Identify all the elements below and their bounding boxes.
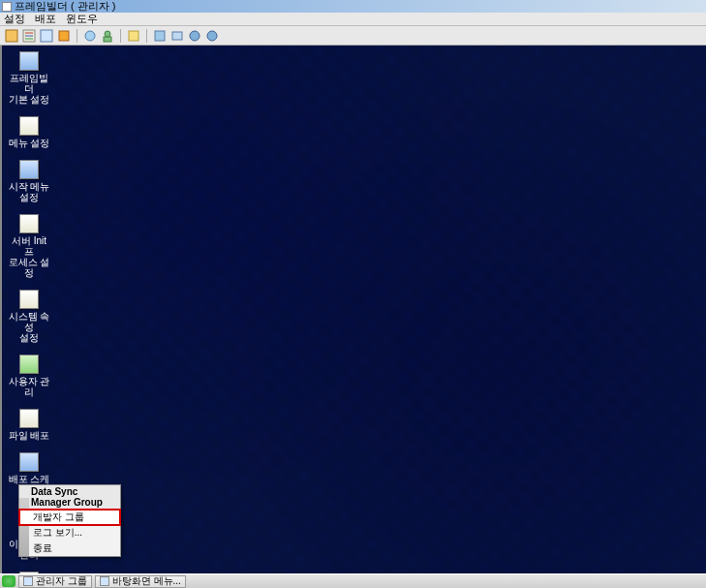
tb-schedule-icon[interactable] [152,28,168,44]
menu-settings[interactable]: 설정 [4,12,25,26]
svg-point-8 [105,31,110,37]
tb-start-icon[interactable] [39,28,54,44]
toolbar-separator [146,29,147,43]
system-properties[interactable]: 시스템 속성 설정 [8,290,50,343]
file-deploy-label: 파일 배포 [9,430,50,441]
server-init-process-label: 서버 Init 프 로세스 설정 [8,235,50,278]
svg-rect-10 [129,31,138,41]
task-admin-group[interactable]: 관리자 그룹 [18,575,92,588]
start-menu-settings-icon [19,160,39,179]
svg-rect-11 [155,31,165,41]
taskbar: 관리자 그룹바탕화면 메뉴... [0,573,706,588]
menu-settings-label: 메뉴 설정 [9,138,50,148]
context-menu-item-developer-group[interactable]: 개발자 그룹 [19,510,120,525]
context-menu-title: Data Sync Manager Group [19,485,120,510]
file-deploy[interactable]: 파일 배포 [8,409,50,441]
context-menu: Data Sync Manager Group 개발자 그룹로그 보기...종료 [18,484,121,557]
svg-point-7 [85,31,95,41]
svg-rect-6 [59,31,69,41]
menu-settings-icon [19,116,39,136]
task-desktop-menu-icon [100,576,109,586]
svg-rect-12 [172,32,182,40]
tb-user-icon[interactable] [100,28,115,44]
svg-point-13 [190,31,200,41]
file-deploy-icon [19,409,39,428]
start-button[interactable] [2,575,15,587]
start-menu-settings[interactable]: 시작 메뉴 설정 [8,160,50,202]
server-init-process-icon [19,214,39,233]
task-desktop-menu[interactable]: 바탕화면 메뉴... [95,575,186,588]
user-management[interactable]: 사용자 관리 [8,355,50,397]
tb-server-icon[interactable] [56,28,72,44]
fb-basic-settings-icon [19,51,39,71]
task-desktop-menu-label: 바탕화면 메뉴... [112,574,181,588]
deploy-schedule-icon [19,452,39,472]
svg-point-14 [207,31,217,41]
task-admin-group-icon [23,576,33,586]
menu-settings[interactable]: 메뉴 설정 [8,116,50,148]
menu-deploy[interactable]: 배포 [35,12,56,26]
svg-rect-5 [41,30,52,42]
toolbar [0,26,706,46]
start-menu-settings-label: 시작 메뉴 설정 [9,181,50,202]
fb-basic-settings-label: 프레임빌더 기본 설정 [8,73,50,105]
system-properties-label: 시스템 속성 설정 [8,311,50,343]
toolbar-separator [77,29,77,43]
task-admin-group-label: 관리자 그룹 [36,574,87,588]
app-icon [2,2,12,12]
svg-rect-9 [104,37,111,42]
fb-basic-settings[interactable]: 프레임빌더 기본 설정 [8,51,50,105]
user-management-icon [19,355,39,374]
context-menu-item-view-log[interactable]: 로그 보기... [19,525,120,541]
tb-migrate-icon[interactable] [169,28,185,44]
context-menu-item-exit[interactable]: 종료 [19,541,120,556]
tb-version-icon[interactable] [187,28,202,44]
tb-menu-icon[interactable] [21,28,37,44]
window-titlebar: 프레임빌더 ( 관리자 ) [0,0,706,13]
tb-system-icon[interactable] [82,28,98,44]
tb-settings-icon[interactable] [4,28,19,44]
desktop[interactable]: 프레임빌더 기본 설정메뉴 설정시작 메뉴 설정서버 Init 프 로세스 설정… [0,46,706,573]
tb-help-icon[interactable] [204,28,220,44]
svg-rect-0 [6,30,17,42]
system-properties-icon [19,290,39,309]
toolbar-separator [120,29,121,43]
tb-file-icon[interactable] [126,28,141,44]
menubar: 설정 배포 윈도우 [0,13,706,26]
server-init-process[interactable]: 서버 Init 프 로세스 설정 [8,214,50,278]
menu-window[interactable]: 윈도우 [66,12,98,26]
user-management-label: 사용자 관리 [8,376,50,397]
